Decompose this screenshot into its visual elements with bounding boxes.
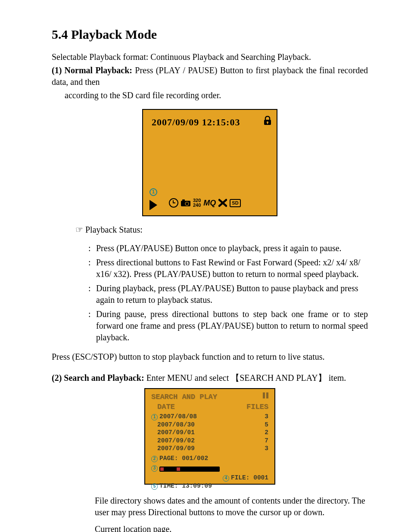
screen1-timestamp: 2007/09/09 12:15:03 bbox=[152, 116, 240, 129]
intro-text: Selectable Playback format: Continuous P… bbox=[52, 51, 368, 63]
s2-row-0: 12007/08/083 bbox=[151, 413, 268, 421]
play-icon bbox=[149, 200, 157, 210]
lock-icon bbox=[264, 116, 271, 128]
sp-label: (2) Search and Playback: bbox=[52, 373, 144, 383]
screen-preview-2: SEARCH AND PLAY DATEFILES 12007/08/083 2… bbox=[144, 388, 275, 485]
sp-bracket: 【SEARCH AND PLAY】 bbox=[231, 373, 327, 383]
search-playback-block: (2) Search and Playback: Enter MENU and … bbox=[52, 372, 368, 384]
svg-point-4 bbox=[185, 202, 189, 205]
svg-rect-2 bbox=[267, 123, 268, 124]
np-lead: Press bbox=[135, 65, 153, 75]
mq-label: MQ bbox=[203, 198, 216, 208]
s2-row-3: 2007/09/027 bbox=[151, 437, 268, 445]
s2-time: 5TIME: 13:09:09 bbox=[151, 482, 268, 490]
footer-note-1: File directory shows dates and the amoun… bbox=[95, 495, 368, 518]
normal-playback-block: (1) Normal Playback: Press (PLAY / PAUSE… bbox=[52, 65, 368, 88]
stop-line: Press (ESC/STOP) button to stop playback… bbox=[52, 351, 368, 363]
pointer-icon: ☞ bbox=[75, 225, 83, 234]
np-label: (1) Normal Playback: bbox=[52, 65, 132, 75]
playback-status-list: :Press (PLAY/PAUSE) Button once to playb… bbox=[88, 243, 368, 343]
s2-columns: DATEFILES bbox=[151, 402, 268, 412]
svg-rect-5 bbox=[182, 199, 185, 201]
resolution-label: 320240 bbox=[193, 198, 201, 208]
playback-status-header: ☞ Playback Status: bbox=[75, 224, 368, 236]
s2-row-4: 2007/09/093 bbox=[151, 445, 268, 453]
s2-file: 4FILE: 0001 bbox=[151, 474, 268, 482]
s2-row-1: 2007/08/305 bbox=[151, 421, 268, 429]
screen-preview-1: 2007/09/09 12:15:03 1 320240 MQ SD bbox=[142, 109, 277, 216]
camera-icon bbox=[181, 199, 190, 206]
np-tail2: according to the SD card file recording … bbox=[52, 90, 368, 101]
s2-page: 2PAGE: 001/002 bbox=[151, 454, 268, 463]
status-item-2: Press directional buttons to Fast Rewind… bbox=[96, 257, 368, 280]
s2-title: SEARCH AND PLAY bbox=[151, 392, 268, 402]
footer-note-2: Current location page. bbox=[95, 523, 368, 532]
screen1-status-icons: 320240 MQ SD bbox=[169, 198, 241, 208]
screen1-badge-1: 1 bbox=[149, 188, 157, 196]
clock-icon bbox=[169, 198, 178, 208]
status-item-4: During pause, press directional buttons … bbox=[96, 308, 368, 343]
sp-tail: item. bbox=[329, 373, 346, 383]
np-button: (PLAY / PAUSE) bbox=[156, 65, 218, 75]
section-heading: 5.4 Playback Mode bbox=[52, 26, 368, 44]
sd-icon: SD bbox=[230, 199, 240, 207]
status-item-1: Press (PLAY/PAUSE) Button once to playba… bbox=[96, 243, 368, 254]
pause-icon bbox=[263, 392, 268, 402]
s2-row-2: 2007/09/012 bbox=[151, 429, 268, 437]
status-item-3: During playback, press (PLAY/PAUSE) Butt… bbox=[96, 283, 368, 306]
sp-lead: Enter MENU and select bbox=[146, 373, 229, 383]
mute-icon bbox=[218, 199, 227, 207]
s2-bar-row: 3 bbox=[151, 462, 268, 474]
